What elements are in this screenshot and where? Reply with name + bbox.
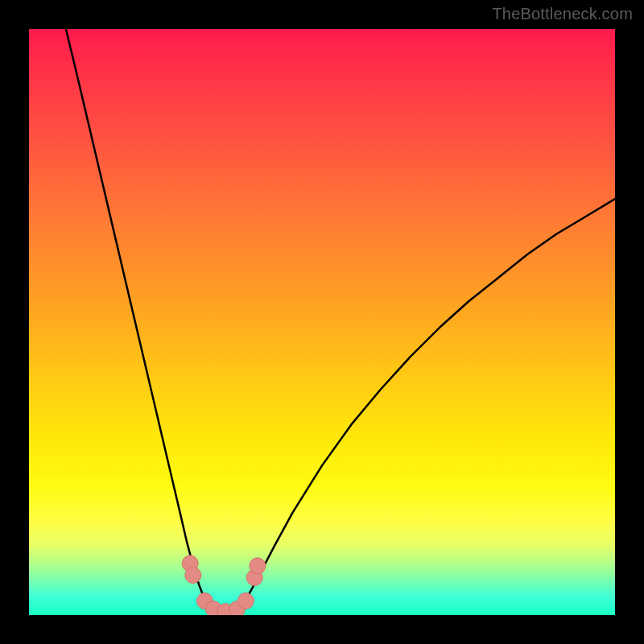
chart-frame: TheBottleneck.com — [0, 0, 644, 644]
data-marker — [237, 593, 254, 609]
bottleneck-curve — [29, 29, 615, 615]
plot-area — [29, 29, 615, 615]
watermark-text: TheBottleneck.com — [492, 5, 633, 23]
data-marker — [185, 568, 201, 584]
data-marker — [250, 558, 266, 574]
curve-path — [66, 29, 615, 614]
